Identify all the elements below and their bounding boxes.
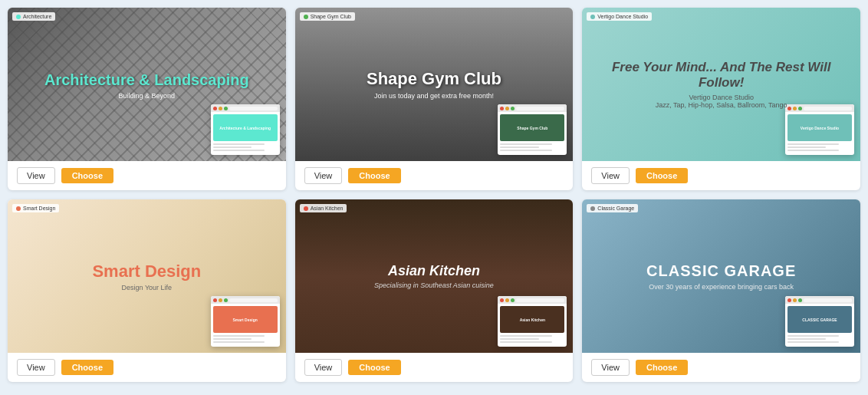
template-card-asian: Asian Kitchen Specialising in Southeast … [295, 199, 574, 382]
choose-button-dance[interactable]: Choose [636, 168, 688, 183]
template-card-garage: CLASSIC GARAGE Over 30 years of experien… [582, 199, 860, 382]
card-tag-label: Asian Kitchen [311, 206, 344, 211]
choose-button-garage[interactable]: Choose [636, 360, 688, 375]
card-preview-architecture: Architecture & Landscaping Building & Be… [8, 8, 286, 161]
card-bottom-asian: View Choose [295, 353, 574, 382]
card-preview-asian: Asian Kitchen Specialising in Southeast … [295, 199, 574, 353]
choose-button-gym[interactable]: Choose [348, 168, 400, 183]
card-inner-preview-gym: Shape Gym Club [498, 104, 567, 155]
card-tag-label: Classic Garage [597, 206, 634, 211]
view-button-smart[interactable]: View [17, 359, 55, 376]
card-tag-label: Smart Design [23, 206, 55, 211]
card-bottom-gym: View Choose [295, 161, 574, 190]
card-preview-smart: Smart Design Design Your Life Smart Desi… [8, 199, 286, 353]
card-preview-dance: Free Your Mind... And The Rest Will Foll… [582, 8, 860, 161]
template-card-gym: Shape Gym Club Join us today and get ext… [295, 8, 574, 190]
view-button-asian[interactable]: View [304, 359, 343, 376]
choose-button-architecture[interactable]: Choose [61, 168, 113, 183]
template-card-smart: Smart Design Design Your Life Smart Desi… [8, 199, 286, 382]
card-preview-garage: CLASSIC GARAGE Over 30 years of experien… [582, 199, 860, 353]
card-bottom-garage: View Choose [582, 353, 860, 382]
card-tag-dance: Vertigo Dance Studio [587, 12, 652, 21]
card-preview-gym: Shape Gym Club Join us today and get ext… [295, 8, 574, 161]
card-inner-preview-asian: Asian Kitchen [498, 296, 567, 347]
card-tag-label: Shape Gym Club [311, 14, 351, 19]
view-button-dance[interactable]: View [591, 167, 630, 184]
view-button-architecture[interactable]: View [17, 167, 55, 184]
card-inner-preview-garage: CLASSIC GARAGE [785, 296, 854, 347]
card-inner-preview-architecture: Architecture & Landscaping [211, 104, 280, 155]
card-tag-label: Vertigo Dance Studio [597, 14, 648, 19]
card-tag-asian: Asian Kitchen [300, 204, 347, 212]
view-button-garage[interactable]: View [591, 359, 630, 376]
card-bottom-architecture: View Choose [8, 161, 286, 190]
card-tag-smart: Smart Design [12, 204, 59, 212]
card-bottom-dance: View Choose [582, 161, 860, 190]
view-button-gym[interactable]: View [304, 167, 343, 184]
template-card-dance: Free Your Mind... And The Rest Will Foll… [582, 8, 860, 190]
choose-button-smart[interactable]: Choose [61, 360, 113, 375]
template-card-architecture: Architecture & Landscaping Building & Be… [8, 8, 286, 190]
card-bottom-smart: View Choose [8, 353, 286, 382]
card-inner-preview-smart: Smart Design [211, 296, 280, 347]
template-grid: Architecture & Landscaping Building & Be… [8, 8, 860, 382]
choose-button-asian[interactable]: Choose [348, 360, 400, 375]
card-tag-architecture: Architecture [12, 12, 55, 21]
card-tag-garage: Classic Garage [587, 204, 638, 212]
card-tag-gym: Shape Gym Club [300, 12, 355, 21]
card-tag-label: Architecture [23, 14, 51, 19]
